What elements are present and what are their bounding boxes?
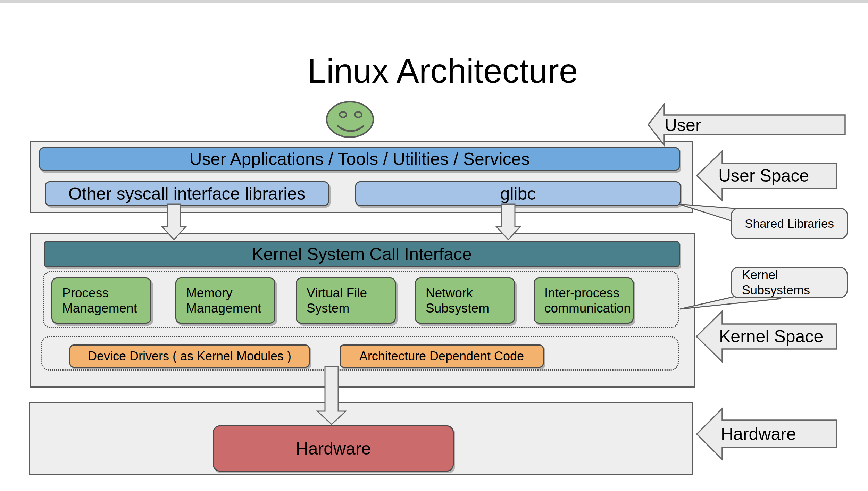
kernel-space-arrow-label: Kernel Space [719,328,823,345]
architecture-dependent-code-label: Architecture Dependent Code [359,349,524,364]
hardware-box-label: Hardware [296,439,371,459]
subsystem-label: Subsystem [426,301,514,316]
top-border-strip [0,0,868,3]
subsystem-label: Memory [186,285,274,301]
subsystem-label: Virtual File [307,285,395,301]
subsystem-box-process-management: Process Management [51,277,151,324]
kernel-subsystems-group: Process Management Memory Management Vir… [43,271,679,328]
kernel-syscall-interface-label: Kernel System Call Interface [252,244,472,264]
user-space-arrow-label: User Space [718,167,809,184]
glibc-box: glibc [355,181,681,206]
hardware-arrow-label: Hardware [721,425,796,443]
subsystem-label: Network [426,285,514,301]
other-syscall-libraries-box: Other syscall interface libraries [45,181,329,206]
kernel-syscall-interface-bar: Kernel System Call Interface [44,241,680,267]
hardware-container: Hardware [29,402,693,475]
shared-libraries-callout: Shared Libraries [731,208,848,239]
user-apps-bar-label: User Applications / Tools / Utilities / … [189,149,529,169]
user-apps-bar: User Applications / Tools / Utilities / … [39,147,680,171]
subsystem-label: Management [186,301,274,316]
kernel-subsystems-callout: Kernel Subsystems [731,267,848,298]
subsystem-label: Inter-process [544,285,633,301]
device-drivers-label: Device Drivers ( as Kernel Modules ) [88,349,291,364]
user-space-container: User Applications / Tools / Utilities / … [30,141,693,213]
device-drivers-box: Device Drivers ( as Kernel Modules ) [69,344,310,368]
smiley-face-icon [327,102,373,137]
kernel-subsystems-callout-label: Subsystems [742,283,810,298]
subsystem-box-memory-management: Memory Management [175,277,275,324]
subsystem-box-virtual-file-system: Virtual File System [296,277,396,324]
glibc-label: glibc [500,184,536,204]
shared-libraries-callout-label: Shared Libraries [745,217,834,231]
other-syscall-libraries-label: Other syscall interface libraries [68,184,306,204]
subsystem-box-inter-process-communication: Inter-process communication [534,277,634,324]
kernel-modules-group: Device Drivers ( as Kernel Modules ) Arc… [41,336,679,371]
subsystem-label: Process [62,285,150,301]
kernel-subsystems-callout-label: Kernel [742,267,778,283]
user-arrow-label: User [665,116,701,134]
subsystem-box-network-subsystem: Network Subsystem [415,277,515,324]
hardware-box: Hardware [213,425,454,472]
architecture-dependent-code-box: Architecture Dependent Code [340,344,544,368]
subsystem-label: communication [544,301,633,316]
subsystem-label: Management [62,301,150,316]
kernel-space-container: Kernel System Call Interface Process Man… [30,233,695,388]
subsystem-label: System [307,301,395,316]
diagram-title: Linux Architecture [269,51,616,90]
